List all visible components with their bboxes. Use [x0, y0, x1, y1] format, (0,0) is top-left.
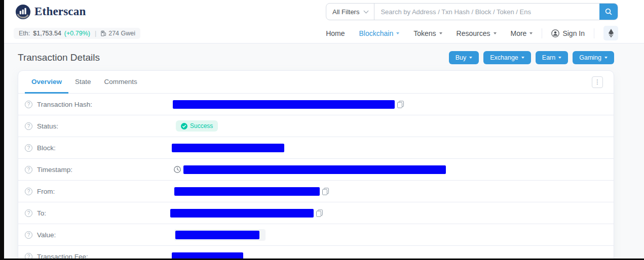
row-label: ?Timestamp:	[25, 166, 172, 174]
search-icon	[605, 8, 612, 15]
gas-price: 274 Gwei	[108, 30, 135, 37]
search-button[interactable]	[599, 4, 618, 20]
gas-pump-icon	[101, 30, 106, 36]
row-value	[172, 209, 323, 218]
earn-button[interactable]: Earn	[536, 51, 568, 64]
row-value	[172, 252, 243, 260]
kebab-menu-icon[interactable]: ⋮	[592, 76, 603, 88]
question-circle-icon[interactable]: ?	[25, 188, 32, 195]
gas-tracker[interactable]: 274 Gwei	[101, 30, 135, 37]
row-label-text: Transaction Hash:	[37, 101, 92, 108]
brand-name: Etherscan	[34, 5, 86, 18]
status-badge: Success	[176, 120, 218, 132]
row-label: ?Value:	[25, 231, 172, 239]
redacted-value	[172, 144, 284, 152]
tab-state[interactable]: State	[68, 71, 98, 94]
search-input[interactable]	[374, 4, 599, 20]
row-label-text: From:	[37, 188, 55, 195]
page-heading: Transaction Details BuyExchangeEarnGamin…	[4, 44, 644, 70]
redacted-value	[172, 252, 243, 260]
row-label-text: Status:	[37, 122, 58, 130]
nav-divider	[594, 28, 594, 38]
row-label-text: Timestamp:	[37, 166, 72, 174]
exchange-button[interactable]: Exchange	[483, 51, 531, 64]
copy-icon[interactable]	[397, 101, 404, 108]
top-header: Etherscan All Filters	[4, 0, 644, 23]
chevron-down-icon	[396, 32, 399, 34]
question-circle-icon[interactable]: ?	[25, 231, 32, 239]
row-label: ?Transaction Hash:	[25, 101, 172, 108]
chevron-down-icon	[529, 32, 533, 34]
chevron-down-icon	[494, 32, 497, 34]
nav-links: HomeBlockchainTokensResourcesMore	[326, 29, 533, 37]
buy-button[interactable]: Buy	[449, 51, 479, 64]
copy-icon[interactable]	[322, 188, 329, 195]
secondary-header: Eth: $1,753.54 (+0.79%) | 274 Gwei HomeB…	[4, 23, 644, 44]
question-circle-icon[interactable]: ?	[25, 166, 32, 174]
redacted-value	[175, 231, 259, 239]
nav-divider	[542, 28, 542, 38]
row-label: ?To:	[25, 209, 172, 217]
table-row: ?Block:	[18, 137, 614, 159]
row-label: ?From:	[25, 188, 172, 195]
etherscan-logo[interactable]: Etherscan	[15, 4, 86, 20]
page-title: Transaction Details	[18, 52, 100, 63]
question-circle-icon[interactable]: ?	[25, 122, 32, 130]
chevron-down-icon	[364, 8, 369, 13]
network-switch-button[interactable]	[603, 26, 618, 40]
copy-icon[interactable]	[316, 209, 323, 217]
row-label: ?Status:	[25, 122, 172, 130]
question-circle-icon[interactable]: ?	[25, 209, 32, 217]
eth-price[interactable]: $1,753.54	[33, 30, 61, 37]
row-label-text: Transaction Fee:	[37, 253, 88, 260]
nav-item-home[interactable]: Home	[326, 29, 345, 37]
redacted-value	[183, 165, 446, 174]
person-icon	[551, 29, 559, 37]
check-circle-icon	[181, 123, 187, 129]
row-value	[172, 165, 446, 174]
table-row: ?Status:Success	[18, 115, 614, 137]
gaming-button[interactable]: Gaming	[573, 51, 614, 64]
row-label: ?Transaction Fee:	[25, 253, 172, 260]
eth-price-ticker: Eth: $1,753.54 (+0.79%) | 274 Gwei	[14, 28, 140, 39]
nav-item-tokens[interactable]: Tokens	[413, 29, 442, 37]
search-filter-dropdown[interactable]: All Filters	[326, 4, 374, 20]
clock-icon	[174, 166, 181, 173]
tab-comments[interactable]: Comments	[98, 71, 144, 94]
search-bar: All Filters	[326, 3, 618, 20]
search-filter-label: All Filters	[332, 8, 359, 16]
row-value	[172, 144, 284, 152]
question-circle-icon[interactable]: ?	[25, 253, 32, 260]
ticker-divider: |	[93, 30, 98, 37]
sign-in-label: Sign In	[562, 29, 585, 37]
redacted-value	[173, 100, 395, 109]
etherscan-logo-icon	[15, 4, 31, 20]
chevron-down-icon	[558, 57, 561, 59]
table-row: ?Transaction Fee:	[18, 246, 614, 260]
row-label-text: Value:	[37, 231, 56, 239]
redacted-value	[174, 187, 320, 196]
chevron-down-icon	[521, 57, 524, 59]
ethereum-icon	[608, 29, 614, 38]
tab-overview[interactable]: Overview	[25, 71, 68, 94]
row-value	[172, 187, 329, 196]
action-buttons: BuyExchangeEarnGaming	[449, 51, 614, 64]
tabs-row: OverviewStateComments ⋮	[18, 71, 614, 94]
question-circle-icon[interactable]: ?	[25, 101, 32, 108]
value-pill	[174, 229, 266, 241]
main-nav: HomeBlockchainTokensResourcesMore Sign I…	[326, 26, 618, 40]
nav-item-resources[interactable]: Resources	[457, 29, 497, 37]
row-value	[172, 229, 266, 241]
chevron-down-icon	[604, 57, 608, 59]
nav-item-more[interactable]: More	[511, 29, 533, 37]
table-row: ?Value:	[18, 224, 614, 246]
sign-in-button[interactable]: Sign In	[551, 29, 585, 37]
tabs: OverviewStateComments	[25, 71, 144, 93]
row-value	[172, 100, 404, 109]
table-row: ?To:	[18, 202, 614, 224]
row-value: Success	[172, 120, 218, 132]
question-circle-icon[interactable]: ?	[25, 144, 32, 152]
redacted-value	[170, 209, 314, 218]
nav-item-blockchain[interactable]: Blockchain	[359, 29, 400, 37]
row-label: ?Block:	[25, 144, 172, 152]
